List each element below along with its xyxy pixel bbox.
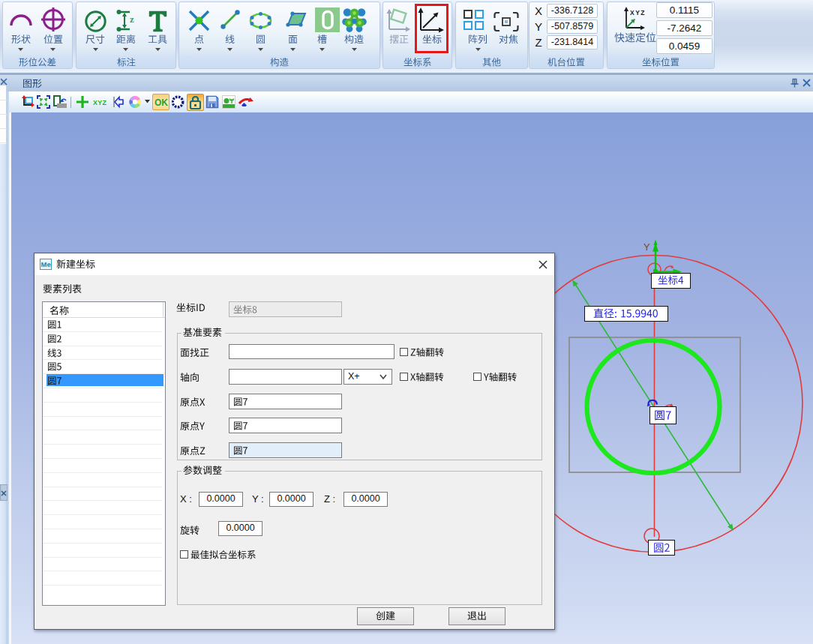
svg-text:z: z	[130, 13, 134, 25]
svg-text:XYZ: XYZ	[630, 9, 646, 16]
svg-text:Me: Me	[41, 260, 51, 268]
svg-text:XYZ: XYZ	[93, 99, 107, 106]
svg-text:OK: OK	[154, 97, 168, 108]
